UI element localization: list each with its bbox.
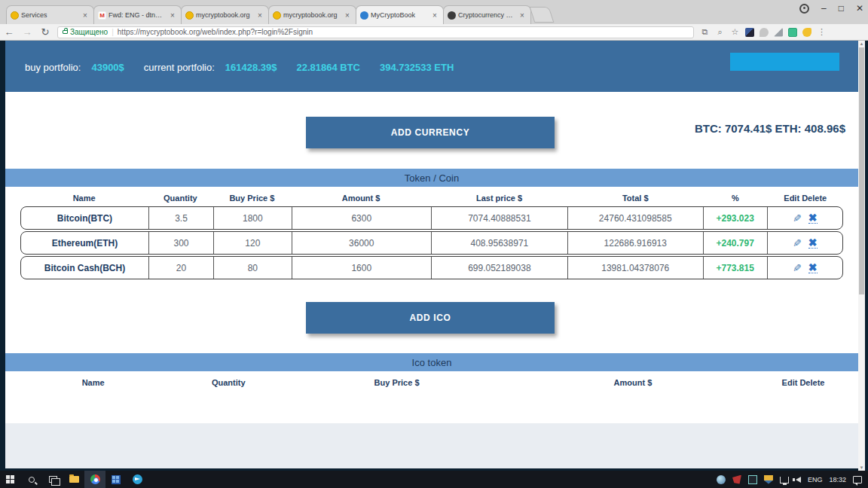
forward-button[interactable]: → xyxy=(18,26,36,38)
tab-coinmarketcap[interactable]: Cryptocurrency Market C × xyxy=(443,5,531,24)
grid-app-icon xyxy=(112,475,121,484)
chrome-icon xyxy=(90,474,100,484)
task-view-icon xyxy=(49,476,57,483)
market-prices: BTC: 7074.41$ ETH: 408.96$ xyxy=(695,122,845,135)
profile-icon[interactable] xyxy=(799,4,809,14)
buy-portfolio-label: buy portfolio: xyxy=(25,62,81,73)
scrollbar-thumb[interactable] xyxy=(859,47,864,294)
col-name: Name xyxy=(20,378,166,387)
browser-chrome: Services × M Fwd: ENG - dtn666@gma × myc… xyxy=(0,0,868,41)
extension-icon-5[interactable] xyxy=(802,28,811,37)
bookmark-star-icon[interactable]: ☆ xyxy=(730,27,740,37)
add-ico-zone: ADD ICO xyxy=(5,281,858,353)
close-window-button[interactable]: ✕ xyxy=(856,2,863,15)
portfolio-stats: buy portfolio: 43900$ current portfolio:… xyxy=(25,62,454,73)
tray-app-icon-3[interactable] xyxy=(748,475,757,484)
page-url: https://mycryptobook.org/web/index.php?r… xyxy=(118,28,313,36)
scroll-down-icon[interactable]: ▼ xyxy=(858,465,865,470)
tab-mycryptobook-1[interactable]: mycryptobook.org × xyxy=(181,5,269,24)
edit-icon[interactable]: ✎ xyxy=(793,262,802,274)
cell-name: Bitcoin(BTC) xyxy=(21,207,148,229)
cell-quantity: 20 xyxy=(148,257,213,279)
add-currency-button[interactable]: ADD CURRENCY xyxy=(306,117,555,148)
tab-close-icon[interactable]: × xyxy=(168,11,177,20)
extension-icon-3[interactable] xyxy=(774,28,783,37)
tab-services[interactable]: Services × xyxy=(6,5,94,24)
zoom-icon[interactable]: ⌕ xyxy=(715,27,725,37)
cell-last-price: 7074.40888531 xyxy=(431,207,567,229)
edit-icon[interactable]: ✎ xyxy=(793,212,802,224)
url-bar: ← → ↻ Защищено | https://mycryptobook.or… xyxy=(0,24,868,41)
col-edit-delete: Edit Delete xyxy=(767,194,843,203)
tab-close-icon[interactable]: × xyxy=(430,11,439,20)
add-currency-zone: ADD CURRENCY BTC: 7074.41$ ETH: 408.96$ xyxy=(5,92,858,169)
cell-actions: ✎ ✖ xyxy=(767,232,842,254)
extension-icon-1[interactable] xyxy=(745,28,754,37)
tab-close-icon[interactable]: × xyxy=(81,11,90,20)
action-center-icon[interactable] xyxy=(853,476,862,483)
windows-taskbar: ENG 18:32 xyxy=(0,471,868,488)
language-indicator[interactable]: ENG xyxy=(808,476,823,483)
tab-title: mycryptobook.org xyxy=(196,11,253,19)
delete-icon[interactable]: ✖ xyxy=(808,238,818,249)
translate-icon[interactable]: ⧉ xyxy=(700,27,710,37)
page-scrollbar[interactable]: ▲ ▼ xyxy=(858,41,865,471)
back-button[interactable]: ← xyxy=(0,26,18,38)
network-icon[interactable] xyxy=(780,477,789,483)
tab-close-icon[interactable]: × xyxy=(255,11,264,20)
col-name: Name xyxy=(20,194,148,203)
tray-app-icon-2[interactable] xyxy=(732,475,741,484)
cell-quantity: 300 xyxy=(148,232,213,254)
header-action-button[interactable] xyxy=(730,53,839,71)
volume-icon[interactable] xyxy=(796,477,801,483)
col-buy-price: Buy Price $ xyxy=(213,194,292,203)
file-explorer-button[interactable] xyxy=(63,471,84,488)
webpage: buy portfolio: 43900$ current portfolio:… xyxy=(0,41,868,471)
cell-name: Bitcoin Cash(BCH) xyxy=(21,257,148,279)
ico-section-title: Ico token xyxy=(412,357,452,368)
browser-menu-icon[interactable]: ⋮ xyxy=(817,27,827,37)
buy-portfolio-value: 43900$ xyxy=(91,62,124,73)
refresh-button[interactable]: ↻ xyxy=(36,26,54,38)
tab-gmail[interactable]: M Fwd: ENG - dtn666@gma × xyxy=(93,5,182,24)
portfolio-eth-value: 394.732533 ETH xyxy=(380,62,454,73)
delete-icon[interactable]: ✖ xyxy=(808,213,818,224)
telegram-button[interactable] xyxy=(127,471,148,488)
cell-buy-price: 80 xyxy=(213,257,292,279)
task-view-button[interactable] xyxy=(42,471,63,488)
security-label: Защищено xyxy=(70,28,108,36)
folder-icon xyxy=(69,476,79,483)
add-ico-button[interactable]: ADD ICO xyxy=(306,302,555,334)
chrome-taskbar-button[interactable] xyxy=(84,471,105,488)
grid-app-button[interactable] xyxy=(105,471,127,488)
tab-close-icon[interactable]: × xyxy=(343,11,352,20)
scroll-up-icon[interactable]: ▲ xyxy=(858,41,865,46)
extension-icon-2[interactable] xyxy=(760,28,769,37)
cell-amount: 6300 xyxy=(292,207,431,229)
taskbar-search-button[interactable] xyxy=(21,471,42,488)
address-input[interactable]: Защищено | https://mycryptobook.org/web/… xyxy=(57,26,694,38)
new-tab-button[interactable] xyxy=(530,7,555,23)
cell-percent: +773.815 xyxy=(703,257,767,279)
cell-total: 24760.431098585 xyxy=(567,207,703,229)
edit-icon[interactable]: ✎ xyxy=(793,237,802,249)
window-controls: – □ ✕ xyxy=(799,2,863,15)
services-favicon xyxy=(11,11,19,20)
tab-close-icon[interactable]: × xyxy=(518,11,527,20)
cell-last-price: 408.95638971 xyxy=(431,232,567,254)
extension-icon-4[interactable] xyxy=(788,28,797,37)
tab-mycryptobook-2[interactable]: mycryptobook.org × xyxy=(268,5,356,24)
table-row: Bitcoin(BTC) 3.5 1800 6300 7074.40888531… xyxy=(20,206,843,230)
tab-mycryptobook-active[interactable]: MyCryptoBook × xyxy=(356,5,444,24)
defender-icon[interactable] xyxy=(764,475,773,484)
cell-buy-price: 1800 xyxy=(213,207,292,229)
coinmarketcap-favicon xyxy=(448,11,456,20)
delete-icon[interactable]: ✖ xyxy=(808,263,818,273)
col-quantity: Quantity xyxy=(166,378,291,387)
start-button[interactable] xyxy=(0,471,21,488)
ico-table-header: Name Quantity Buy Price $ Amount $ Edit … xyxy=(20,374,843,391)
maximize-button[interactable]: □ xyxy=(839,2,844,15)
clock[interactable]: 18:32 xyxy=(829,476,846,483)
minimize-button[interactable]: – xyxy=(821,2,827,15)
tray-app-icon-1[interactable] xyxy=(717,475,726,484)
